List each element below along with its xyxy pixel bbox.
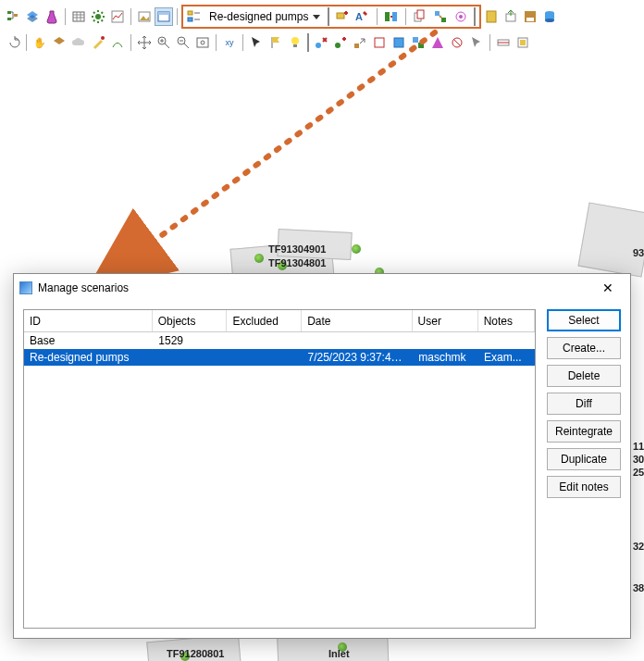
svg-rect-42 (375, 38, 384, 47)
separator (489, 34, 490, 51)
separator (65, 8, 66, 25)
svg-rect-12 (188, 11, 192, 15)
scenario-add-icon[interactable] (333, 7, 352, 26)
export-icon[interactable] (502, 7, 520, 26)
cell-objects: 1529 (153, 334, 228, 347)
map-label-fragment: 30 (633, 454, 644, 465)
undo-icon[interactable] (4, 33, 22, 52)
table-icon[interactable] (69, 7, 88, 26)
col-header-id[interactable]: ID (24, 310, 153, 331)
bulb-icon[interactable] (286, 33, 304, 52)
col-header-objects[interactable]: Objects (153, 310, 228, 331)
net-add-icon[interactable] (331, 33, 350, 52)
cog-icon[interactable] (89, 7, 107, 26)
net-tool3-icon[interactable] (409, 33, 427, 52)
dialog-titlebar[interactable]: Manage scenarios ✕ (14, 274, 630, 302)
disk-icon[interactable] (521, 7, 539, 26)
edit-notes-button[interactable]: Edit notes (547, 476, 621, 498)
svg-marker-4 (27, 15, 38, 22)
svg-rect-2 (14, 14, 18, 17)
dialog-icon (19, 281, 32, 294)
chart-icon[interactable] (108, 7, 127, 26)
duplicate-button[interactable]: Duplicate (547, 448, 621, 470)
map-label: TF91280801 (167, 648, 224, 659)
diff-button[interactable]: Diff (547, 393, 621, 415)
net-tool4-icon[interactable] (428, 33, 447, 52)
zoomout-icon[interactable] (174, 33, 192, 52)
net-tool5-icon[interactable] (448, 33, 466, 52)
scenario-edit-icon[interactable]: A (353, 7, 372, 26)
net-tool7-icon[interactable] (494, 33, 513, 52)
separator (307, 33, 309, 52)
scenario-list-icon[interactable] (185, 7, 204, 26)
net-tool1-icon[interactable] (370, 33, 389, 52)
cell-user: maschmk (413, 351, 478, 364)
flag-icon[interactable] (266, 33, 285, 52)
db-icon[interactable] (540, 7, 559, 26)
separator (242, 34, 243, 51)
scenario-grid[interactable]: ID Objects Excluded Date User Notes Base… (23, 309, 536, 629)
delete-button[interactable]: Delete (547, 365, 621, 387)
col-header-excluded[interactable]: Excluded (227, 310, 302, 331)
cloud-icon[interactable] (69, 33, 88, 52)
svg-rect-50 (520, 40, 526, 45)
table-row[interactable]: Re-designed pumps 7/25/2023 9:37:42 ... … (24, 349, 535, 366)
reintegrate-button[interactable]: Reintegrate (547, 420, 621, 443)
create-button[interactable]: Create... (547, 337, 621, 359)
separator (130, 8, 131, 25)
scenario-copy-icon[interactable] (411, 7, 429, 26)
cell-date: 7/25/2023 9:37:42 ... (303, 351, 414, 364)
svg-rect-27 (526, 18, 534, 21)
pan-icon[interactable] (135, 33, 154, 52)
toolbar-row-2: ✋ xy (0, 30, 644, 56)
net-tool2-icon[interactable] (390, 33, 408, 52)
svg-rect-11 (158, 12, 169, 15)
svg-rect-24 (487, 11, 496, 22)
svg-point-37 (291, 37, 299, 44)
scenario-extra-icon[interactable] (452, 7, 470, 26)
layer-icon[interactable] (23, 7, 42, 26)
net-tool8-icon[interactable] (514, 33, 532, 52)
separator (377, 8, 378, 25)
map-label-fragment: 38 (633, 582, 644, 593)
tree-icon[interactable] (4, 7, 22, 26)
net-tool6-icon[interactable] (467, 33, 486, 52)
image-icon[interactable] (135, 7, 154, 26)
scenario-dropdown[interactable]: Re-designed pumps (205, 7, 324, 26)
zoomwin-icon[interactable] (193, 33, 212, 52)
grid-header: ID Objects Excluded Date User Notes (24, 310, 535, 332)
scenario-compare-icon[interactable] (382, 7, 401, 26)
svg-point-6 (95, 14, 101, 19)
net-move-icon[interactable] (351, 33, 369, 52)
svg-rect-43 (394, 38, 403, 47)
svg-rect-14 (337, 13, 344, 19)
draw-icon[interactable] (108, 33, 127, 52)
col-header-date[interactable]: Date (302, 310, 412, 331)
scenario-merge-icon[interactable] (431, 7, 450, 26)
layers2-icon[interactable] (50, 33, 68, 52)
table-row[interactable]: Base 1529 (24, 332, 535, 349)
chevron-down-icon (313, 15, 320, 19)
svg-rect-16 (385, 12, 390, 21)
scenario-dropdown-label: Re-designed pumps (209, 10, 308, 23)
svg-rect-35 (197, 38, 208, 47)
col-header-user[interactable]: User (413, 310, 478, 331)
flask-icon[interactable] (43, 7, 61, 26)
cursor-icon[interactable] (247, 33, 266, 52)
book-icon[interactable] (482, 7, 501, 26)
net-del-icon[interactable] (312, 33, 330, 52)
wizard-icon[interactable] (89, 33, 107, 52)
hand-icon[interactable]: ✋ (31, 33, 49, 52)
svg-point-32 (101, 36, 105, 40)
col-header-notes[interactable]: Notes (478, 310, 535, 331)
svg-point-39 (316, 43, 321, 48)
svg-point-40 (335, 43, 341, 48)
xy-icon[interactable]: xy (220, 33, 239, 52)
window-icon[interactable] (155, 7, 173, 26)
zoomin-icon[interactable] (155, 33, 173, 52)
select-button[interactable]: Select (547, 309, 621, 331)
svg-point-30 (545, 19, 554, 22)
scenario-toolbar-group: Re-designed pumps A (181, 5, 481, 29)
separator (26, 34, 27, 51)
close-icon[interactable]: ✕ (591, 277, 625, 299)
